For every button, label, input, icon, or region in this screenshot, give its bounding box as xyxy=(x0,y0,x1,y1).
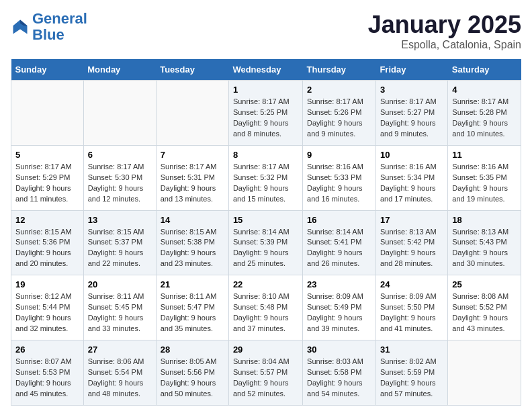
day-cell: 29Sunrise: 8:04 AM Sunset: 5:57 PM Dayli… xyxy=(228,340,302,406)
day-cell: 17Sunrise: 8:13 AM Sunset: 5:42 PM Dayli… xyxy=(375,210,447,275)
day-cell: 21Sunrise: 8:11 AM Sunset: 5:47 PM Dayli… xyxy=(156,275,228,340)
day-info: Sunrise: 8:17 AM Sunset: 5:31 PM Dayligh… xyxy=(161,162,224,205)
day-cell: 24Sunrise: 8:09 AM Sunset: 5:50 PM Dayli… xyxy=(375,275,447,340)
day-cell: 6Sunrise: 8:17 AM Sunset: 5:30 PM Daylig… xyxy=(83,145,156,210)
day-info: Sunrise: 8:06 AM Sunset: 5:54 PM Dayligh… xyxy=(88,357,152,400)
week-row-2: 5Sunrise: 8:17 AM Sunset: 5:29 PM Daylig… xyxy=(11,145,521,210)
day-info: Sunrise: 8:04 AM Sunset: 5:57 PM Dayligh… xyxy=(233,357,298,400)
day-cell: 27Sunrise: 8:06 AM Sunset: 5:54 PM Dayli… xyxy=(83,340,156,406)
day-number: 25 xyxy=(452,279,517,289)
day-info: Sunrise: 8:11 AM Sunset: 5:45 PM Dayligh… xyxy=(88,291,152,334)
day-number: 29 xyxy=(233,345,298,355)
day-cell xyxy=(448,340,521,406)
day-info: Sunrise: 8:17 AM Sunset: 5:26 PM Dayligh… xyxy=(307,97,371,140)
day-number: 31 xyxy=(380,345,443,355)
day-cell: 23Sunrise: 8:09 AM Sunset: 5:49 PM Dayli… xyxy=(303,275,376,340)
day-number: 18 xyxy=(452,215,517,225)
day-number: 8 xyxy=(233,150,298,160)
day-info: Sunrise: 8:13 AM Sunset: 5:43 PM Dayligh… xyxy=(452,227,517,270)
day-info: Sunrise: 8:09 AM Sunset: 5:50 PM Dayligh… xyxy=(380,291,443,334)
day-number: 26 xyxy=(15,345,79,355)
day-number: 10 xyxy=(380,150,443,160)
day-cell: 26Sunrise: 8:07 AM Sunset: 5:53 PM Dayli… xyxy=(11,340,84,406)
day-cell: 22Sunrise: 8:10 AM Sunset: 5:48 PM Dayli… xyxy=(228,275,302,340)
day-info: Sunrise: 8:12 AM Sunset: 5:44 PM Dayligh… xyxy=(15,291,79,334)
day-cell: 1Sunrise: 8:17 AM Sunset: 5:25 PM Daylig… xyxy=(228,81,302,146)
logo: General Blue xyxy=(11,11,87,43)
logo-text: General Blue xyxy=(32,11,87,43)
day-number: 12 xyxy=(15,215,79,225)
day-number: 2 xyxy=(307,85,371,95)
day-number: 3 xyxy=(380,85,443,95)
day-cell: 15Sunrise: 8:14 AM Sunset: 5:39 PM Dayli… xyxy=(228,210,302,275)
col-header-thursday: Thursday xyxy=(303,59,376,81)
day-number: 22 xyxy=(233,279,298,289)
day-cell: 13Sunrise: 8:15 AM Sunset: 5:37 PM Dayli… xyxy=(83,210,156,275)
day-number: 20 xyxy=(88,279,152,289)
day-cell xyxy=(11,81,84,146)
day-info: Sunrise: 8:02 AM Sunset: 5:59 PM Dayligh… xyxy=(380,357,443,400)
day-number: 17 xyxy=(380,215,443,225)
day-info: Sunrise: 8:16 AM Sunset: 5:33 PM Dayligh… xyxy=(307,162,371,205)
day-info: Sunrise: 8:14 AM Sunset: 5:39 PM Dayligh… xyxy=(233,227,298,270)
day-cell: 18Sunrise: 8:13 AM Sunset: 5:43 PM Dayli… xyxy=(448,210,521,275)
day-cell: 8Sunrise: 8:17 AM Sunset: 5:32 PM Daylig… xyxy=(228,145,302,210)
day-number: 16 xyxy=(307,215,371,225)
day-cell xyxy=(156,81,228,146)
day-number: 6 xyxy=(88,150,152,160)
day-cell: 25Sunrise: 8:08 AM Sunset: 5:52 PM Dayli… xyxy=(448,275,521,340)
day-info: Sunrise: 8:15 AM Sunset: 5:38 PM Dayligh… xyxy=(161,227,224,270)
col-header-tuesday: Tuesday xyxy=(156,59,228,81)
day-number: 21 xyxy=(161,279,224,289)
day-number: 1 xyxy=(233,85,298,95)
day-number: 14 xyxy=(161,215,224,225)
day-number: 27 xyxy=(88,345,152,355)
day-cell: 12Sunrise: 8:15 AM Sunset: 5:36 PM Dayli… xyxy=(11,210,84,275)
day-info: Sunrise: 8:15 AM Sunset: 5:37 PM Dayligh… xyxy=(88,227,152,270)
col-header-sunday: Sunday xyxy=(11,59,84,81)
day-cell: 4Sunrise: 8:17 AM Sunset: 5:28 PM Daylig… xyxy=(448,81,521,146)
day-number: 23 xyxy=(307,279,371,289)
day-number: 28 xyxy=(161,345,224,355)
day-number: 7 xyxy=(161,150,224,160)
day-number: 19 xyxy=(15,279,79,289)
day-info: Sunrise: 8:08 AM Sunset: 5:52 PM Dayligh… xyxy=(452,291,517,334)
day-cell: 9Sunrise: 8:16 AM Sunset: 5:33 PM Daylig… xyxy=(303,145,376,210)
day-info: Sunrise: 8:17 AM Sunset: 5:27 PM Dayligh… xyxy=(380,97,443,140)
title-block: January 2025 Espolla, Catalonia, Spain xyxy=(368,11,521,51)
day-number: 24 xyxy=(380,279,443,289)
day-cell: 19Sunrise: 8:12 AM Sunset: 5:44 PM Dayli… xyxy=(11,275,84,340)
day-number: 13 xyxy=(88,215,152,225)
day-info: Sunrise: 8:15 AM Sunset: 5:36 PM Dayligh… xyxy=(15,227,79,270)
day-info: Sunrise: 8:03 AM Sunset: 5:58 PM Dayligh… xyxy=(307,357,371,400)
day-cell: 7Sunrise: 8:17 AM Sunset: 5:31 PM Daylig… xyxy=(156,145,228,210)
week-row-3: 12Sunrise: 8:15 AM Sunset: 5:36 PM Dayli… xyxy=(11,210,521,275)
day-info: Sunrise: 8:10 AM Sunset: 5:48 PM Dayligh… xyxy=(233,291,298,334)
col-header-monday: Monday xyxy=(83,59,156,81)
day-info: Sunrise: 8:09 AM Sunset: 5:49 PM Dayligh… xyxy=(307,291,371,334)
day-info: Sunrise: 8:05 AM Sunset: 5:56 PM Dayligh… xyxy=(161,357,224,400)
day-cell: 16Sunrise: 8:14 AM Sunset: 5:41 PM Dayli… xyxy=(303,210,376,275)
day-cell: 30Sunrise: 8:03 AM Sunset: 5:58 PM Dayli… xyxy=(303,340,376,406)
day-info: Sunrise: 8:17 AM Sunset: 5:32 PM Dayligh… xyxy=(233,162,298,205)
week-row-1: 1Sunrise: 8:17 AM Sunset: 5:25 PM Daylig… xyxy=(11,81,521,146)
subtitle: Espolla, Catalonia, Spain xyxy=(368,39,521,51)
day-number: 5 xyxy=(15,150,79,160)
day-cell: 20Sunrise: 8:11 AM Sunset: 5:45 PM Dayli… xyxy=(83,275,156,340)
main-title: January 2025 xyxy=(368,11,521,39)
day-number: 4 xyxy=(452,85,517,95)
day-info: Sunrise: 8:17 AM Sunset: 5:29 PM Dayligh… xyxy=(15,162,79,205)
day-cell: 10Sunrise: 8:16 AM Sunset: 5:34 PM Dayli… xyxy=(375,145,447,210)
day-cell: 3Sunrise: 8:17 AM Sunset: 5:27 PM Daylig… xyxy=(375,81,447,146)
day-number: 9 xyxy=(307,150,371,160)
day-number: 11 xyxy=(452,150,517,160)
day-info: Sunrise: 8:17 AM Sunset: 5:28 PM Dayligh… xyxy=(452,97,517,140)
page-header: General Blue January 2025 Espolla, Catal… xyxy=(11,11,521,51)
day-info: Sunrise: 8:16 AM Sunset: 5:34 PM Dayligh… xyxy=(380,162,443,205)
day-cell: 14Sunrise: 8:15 AM Sunset: 5:38 PM Dayli… xyxy=(156,210,228,275)
col-header-saturday: Saturday xyxy=(448,59,521,81)
day-cell: 11Sunrise: 8:16 AM Sunset: 5:35 PM Dayli… xyxy=(448,145,521,210)
day-info: Sunrise: 8:07 AM Sunset: 5:53 PM Dayligh… xyxy=(15,357,79,400)
day-cell: 28Sunrise: 8:05 AM Sunset: 5:56 PM Dayli… xyxy=(156,340,228,406)
col-header-friday: Friday xyxy=(375,59,447,81)
